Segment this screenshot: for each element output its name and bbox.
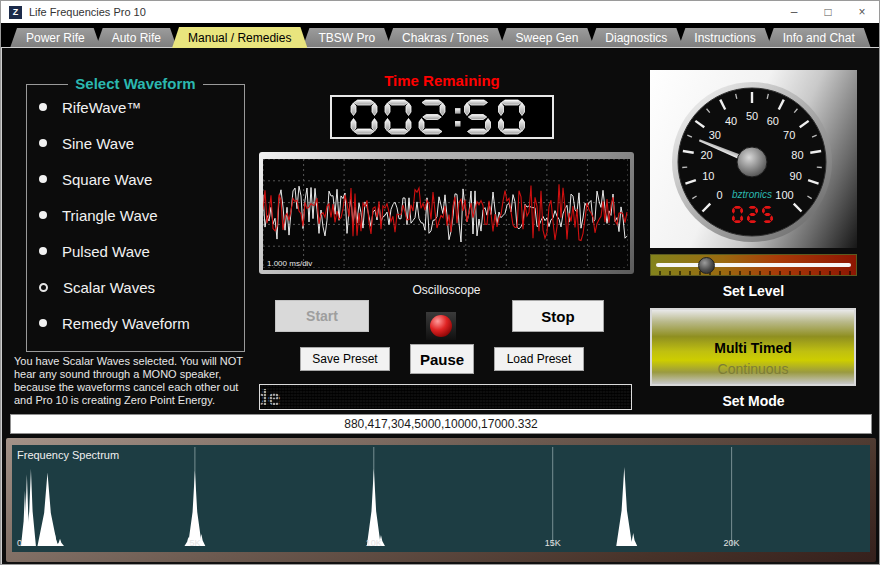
svg-text:40: 40 (725, 115, 737, 127)
svg-text:Frequency Spectrum: Frequency Spectrum (17, 449, 119, 461)
oscilloscope-display: 1.000 ms/div (259, 152, 634, 274)
waveform-group-title: Select Waveform (27, 75, 244, 93)
radio-icon (39, 319, 47, 327)
svg-text:20: 20 (700, 149, 712, 161)
tab-manual-remedies[interactable]: Manual / Remedies (172, 27, 307, 48)
svg-text:15K: 15K (545, 538, 561, 548)
save-preset-button[interactable]: Save Preset (300, 347, 390, 371)
slider-groove (656, 263, 851, 267)
frequency-readout: 880,417,304,5000,10000,17000.332 (10, 414, 872, 434)
pause-button[interactable]: Pause (410, 344, 474, 374)
waveform-option-label: Remedy Waveform (62, 315, 190, 332)
radio-icon (39, 247, 47, 255)
waveform-option-square-wave[interactable]: Square Wave (39, 168, 152, 190)
slider-ticks (651, 271, 856, 275)
status-led (426, 312, 456, 340)
waveform-option-label: Triangle Wave (62, 207, 158, 224)
waveform-option-sine-wave[interactable]: Sine Wave (39, 132, 134, 154)
timer-label: Time Remaining (332, 72, 552, 89)
svg-text:0: 0 (17, 538, 22, 548)
radio-icon (39, 175, 47, 183)
svg-text:50: 50 (746, 110, 758, 122)
svg-text:100: 100 (775, 189, 793, 201)
tab-diagnostics[interactable]: Diagnostics (589, 28, 683, 48)
window-controls: – □ × (777, 1, 879, 23)
note-line: You have Scalar Waves selected. You will… (14, 355, 266, 368)
spectrum-panel: 05K10K15K20KFrequency Spectrum (6, 438, 876, 562)
close-button[interactable]: × (845, 1, 879, 23)
title-bar: Z Life Frequencies Pro 10 – □ × (1, 1, 879, 23)
spectrum-screen: 05K10K15K20KFrequency Spectrum (12, 445, 870, 552)
svg-text:0: 0 (716, 189, 722, 201)
svg-text:20K: 20K (724, 538, 740, 548)
set-level-slider[interactable] (650, 254, 857, 276)
timer-display (330, 95, 554, 139)
svg-text:10K: 10K (366, 538, 382, 548)
radio-icon (39, 139, 47, 147)
set-mode-list: Multi TimedContinuous (650, 308, 856, 386)
timer-seven-segment (332, 97, 552, 137)
waveform-group-title-text: Select Waveform (68, 75, 202, 92)
led-lamp-icon (430, 315, 452, 337)
svg-text:bztronics: bztronics (732, 189, 772, 200)
waveform-option-triangle-wave[interactable]: Triangle Wave (39, 204, 158, 226)
radio-icon (39, 211, 47, 219)
radio-icon (39, 103, 47, 111)
gauge-dial: 0102030405060708090100bztronics (650, 70, 857, 248)
start-button[interactable]: Start (275, 300, 369, 332)
app-icon: Z (9, 6, 22, 19)
waveform-option-scalar-waves[interactable]: Scalar Waves (39, 276, 155, 298)
tab-power-rife[interactable]: Power Rife (10, 28, 101, 48)
waveform-option-remedy-waveform[interactable]: Remedy Waveform (39, 312, 190, 334)
mode-option-continuous[interactable]: Continuous (652, 361, 854, 377)
waveform-option-pulsed-wave[interactable]: Pulsed Wave (39, 240, 150, 262)
level-gauge: 0102030405060708090100bztronics (650, 70, 857, 248)
oscilloscope-traces (263, 159, 628, 268)
tab-info-and-chat[interactable]: Info and Chat (767, 28, 871, 48)
tab-tbsw-pro[interactable]: TBSW Pro (302, 28, 391, 48)
svg-text:60: 60 (767, 115, 779, 127)
window-title: Life Frequencies Pro 10 (29, 6, 146, 18)
waveform-option-label: Scalar Waves (63, 279, 155, 296)
set-level-label: Set Level (650, 283, 857, 299)
load-preset-button[interactable]: Load Preset (494, 347, 584, 371)
waveform-option-label: Sine Wave (62, 135, 134, 152)
svg-text:10: 10 (702, 170, 714, 182)
tab-instructions[interactable]: Instructions (678, 28, 771, 48)
mode-option-multi-timed[interactable]: Multi Timed (652, 340, 854, 356)
tab-sweep-gen[interactable]: Sweep Gen (500, 28, 595, 48)
spectrum-chart: 05K10K15K20KFrequency Spectrum (12, 445, 868, 550)
tab-bar: Power RifeAuto RifeManual / RemediesTBSW… (1, 23, 879, 48)
svg-text:70: 70 (783, 129, 795, 141)
oscilloscope-label: Oscilloscope (259, 283, 634, 297)
svg-text:30: 30 (709, 129, 721, 141)
waveform-group: Select Waveform RifeWave™Sine WaveSquare… (26, 84, 245, 352)
stop-button[interactable]: Stop (512, 300, 604, 332)
maximize-button[interactable]: □ (811, 1, 845, 23)
set-mode-label: Set Mode (650, 393, 857, 409)
note-line: because the waveforms cancel each other … (14, 381, 266, 394)
waveform-option-label: Square Wave (62, 171, 152, 188)
waveform-option-rifewave[interactable]: RifeWave™ (39, 96, 141, 118)
waveform-option-label: RifeWave™ (62, 99, 141, 116)
svg-text:5K: 5K (189, 538, 200, 548)
app-window: Z Life Frequencies Pro 10 – □ × Power Ri… (0, 0, 880, 565)
waveform-option-label: Pulsed Wave (62, 243, 150, 260)
message-marquee: de (259, 384, 632, 410)
scope-scale-label: 1.000 ms/div (267, 259, 312, 268)
tab-auto-rife[interactable]: Auto Rife (96, 28, 177, 48)
svg-text:80: 80 (791, 149, 803, 161)
note-line: and Pro 10 is creating Zero Point Energy… (14, 394, 266, 407)
svg-text:90: 90 (790, 170, 802, 182)
note-line: hear any sound through a MONO speaker, (14, 368, 266, 381)
radio-selected-icon (39, 283, 48, 292)
oscilloscope-screen: 1.000 ms/div (263, 159, 630, 270)
waveform-note: You have Scalar Waves selected. You will… (14, 355, 266, 407)
tab-chakras-tones[interactable]: Chakras / Tones (386, 28, 505, 48)
marquee-dot-grid (260, 385, 631, 409)
main-content: Select Waveform RifeWave™Sine WaveSquare… (1, 47, 880, 565)
minimize-button[interactable]: – (777, 1, 811, 23)
